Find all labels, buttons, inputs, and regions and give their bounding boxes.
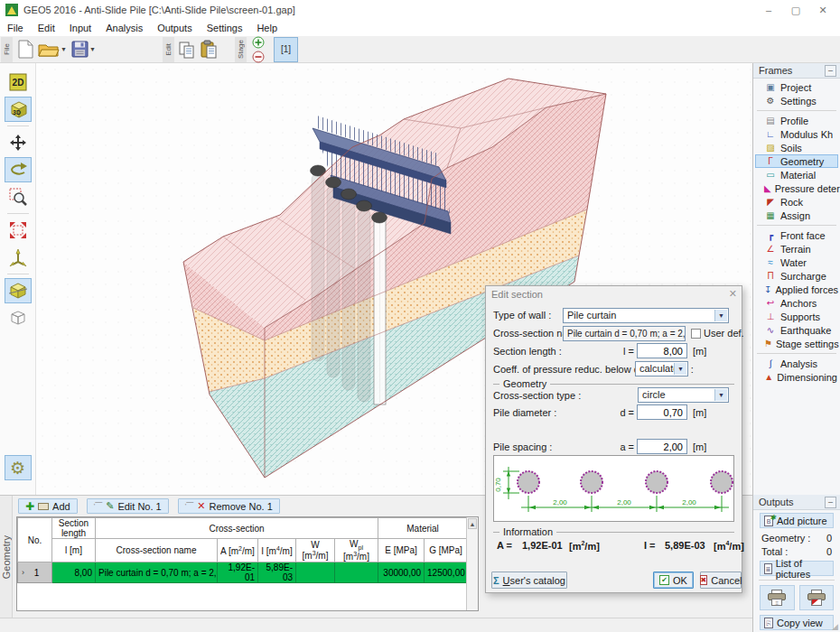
menu-bar: File Edit Input Analysis Outputs Setting… (0, 20, 840, 36)
sidebar-item-front-face[interactable]: ┏Front face (755, 228, 838, 242)
sidebar-item-rock[interactable]: ◤Rock (755, 195, 838, 209)
close-button[interactable]: ✕ (809, 0, 836, 20)
copy-view-button[interactable]: ⎘ Copy view (760, 615, 834, 630)
view-3d-button[interactable]: 3D (5, 97, 32, 122)
remove-stage-button[interactable] (252, 51, 265, 63)
menu-input[interactable]: Input (62, 21, 98, 35)
stage-tab-1[interactable]: [1] (274, 37, 298, 62)
menu-settings[interactable]: Settings (200, 21, 250, 35)
plus-icon: ✚ (25, 500, 34, 513)
save-dropdown-caret[interactable]: ▼ (89, 46, 97, 52)
add-picture-button[interactable]: B✱ Add picture (760, 513, 834, 528)
rotate-tool-button[interactable] (5, 157, 32, 182)
table-row[interactable]: ›1 8,00 Pile curtain d = 0,70 m; a = 2,0… (18, 562, 468, 583)
type-of-wall-select[interactable]: Pile curtain▼ (563, 308, 729, 323)
sidebar-item-geometry[interactable]: ΓGeometry (755, 154, 838, 168)
spacing-dim-label: 2,00 (617, 498, 631, 507)
open-dropdown-caret[interactable]: ▼ (60, 46, 68, 52)
rotate-icon (8, 163, 28, 177)
perspective-view-button[interactable] (5, 278, 32, 303)
minimize-button[interactable]: – (755, 0, 782, 20)
sidebar-item-terrain[interactable]: ∠Terrain (755, 242, 838, 256)
axes-icon (9, 248, 27, 266)
main-toolbar: File ▼ ▼ Edit Stage [1] (0, 36, 840, 63)
col-W: W [m3/m] (296, 539, 335, 562)
copy-button[interactable] (176, 37, 198, 62)
cell-Wpl (335, 562, 378, 583)
pile-diameter-symbol: d = (618, 407, 634, 418)
cross-section-type-select[interactable]: circle▼ (638, 387, 729, 403)
sidebar-item-settings[interactable]: ⚙Settings (755, 94, 838, 107)
row-leader-cell[interactable]: ›1 (18, 562, 52, 583)
water-icon: ≈ (764, 257, 777, 267)
pile-spacing-input[interactable] (637, 439, 687, 454)
view-2d-button[interactable]: 2D (5, 70, 32, 95)
cancel-button[interactable]: ✖ Cancel (700, 572, 742, 589)
outputs-minimize-button[interactable]: – (825, 497, 836, 508)
pan-tool-button[interactable] (5, 130, 32, 155)
menu-file[interactable]: File (0, 21, 31, 35)
menu-analysis[interactable]: Analysis (98, 21, 150, 35)
paste-button[interactable] (198, 37, 219, 62)
menu-edit[interactable]: Edit (31, 21, 62, 35)
new-document-icon (18, 40, 33, 59)
sidebar-item-dimensioning[interactable]: ▲Dimensioning (755, 370, 838, 384)
users-catalog-button[interactable]: Σ User's catalog (491, 572, 567, 589)
user-def-checkbox[interactable] (691, 329, 701, 339)
catalog-icon: Σ (493, 575, 499, 586)
sidebar-item-earthquake[interactable]: ∿Earthquake (755, 323, 838, 337)
sidebar-item-analysis[interactable]: ∫Analysis (755, 357, 838, 370)
chevron-down-icon[interactable]: ▼ (714, 389, 727, 401)
frames-minimize-button[interactable]: – (825, 65, 836, 77)
sidebar-item-profile[interactable]: ▤Profile (755, 114, 838, 127)
save-file-button[interactable]: ▼ (70, 37, 98, 62)
list-of-pictures-button[interactable]: ≣ List of pictures (760, 561, 834, 576)
app-logo-icon (5, 4, 18, 16)
edit-section-dialog: Edit section ✕ Type of wall : Pile curta… (485, 285, 742, 593)
chevron-down-icon[interactable]: ▼ (714, 310, 727, 321)
edit-section-button[interactable]: '⎺ ✎ Edit No. 1 (87, 498, 169, 514)
resize-grip[interactable]: ◢ (832, 622, 838, 631)
section-length-input[interactable] (637, 343, 687, 358)
wireframe-view-button[interactable] (5, 305, 32, 330)
pile-diameter-input[interactable] (637, 404, 687, 420)
sidebar-item-pressure-deter[interactable]: ◣Pressure deter. (755, 181, 838, 195)
print-preview-button[interactable] (799, 585, 835, 610)
zoom-fit-button[interactable] (5, 218, 32, 243)
table-scrollbar[interactable]: ▲ (466, 517, 478, 610)
sidebar-item-anchors[interactable]: ↩Anchors (755, 296, 838, 310)
ok-button[interactable]: ✔ OK (653, 572, 694, 589)
axes-tool-button[interactable] (5, 245, 32, 270)
sidebar-item-material[interactable]: ▭Material (755, 168, 838, 181)
print-button[interactable]: ≡ (760, 585, 795, 610)
zoom-tool-button[interactable] (5, 184, 32, 209)
sidebar-item-water[interactable]: ≈Water (755, 256, 838, 269)
paste-clipboard-icon (200, 40, 218, 59)
chevron-down-icon[interactable]: ▼ (674, 363, 686, 375)
dialog-close-icon[interactable]: ✕ (729, 288, 737, 300)
open-file-button[interactable]: ▼ (36, 37, 70, 62)
sidebar-item-assign[interactable]: ▦Assign (755, 209, 838, 222)
new-file-button[interactable] (14, 37, 36, 62)
modulus-kh-icon: ∟ (764, 129, 777, 139)
sidebar-item-project[interactable]: ▣Project (755, 80, 838, 94)
menu-help[interactable]: Help (249, 21, 285, 35)
sidebar-item-stage-settings[interactable]: ⚑Stage settings (755, 337, 838, 350)
applied-forces-icon: ↧ (764, 284, 771, 294)
sidebar-item-surcharge[interactable]: ΠSurcharge (755, 269, 838, 283)
sidebar-item-applied-forces[interactable]: ↧Applied forces (755, 283, 838, 296)
app-window: GEO5 2016 - Anti-Slide Pile [C:\Anti-Sli… (0, 0, 840, 632)
scroll-up-icon[interactable]: ▲ (468, 518, 477, 529)
sidebar-item-modulus-kh[interactable]: ∟Modulus Kh (755, 127, 838, 141)
add-section-button[interactable]: ✚ Add (18, 498, 78, 514)
menu-outputs[interactable]: Outputs (150, 21, 200, 35)
sidebar-item-supports[interactable]: ⊥Supports (755, 310, 838, 323)
window-title: GEO5 2016 - Anti-Slide Pile [C:\Anti-Sli… (23, 5, 295, 15)
add-stage-button[interactable] (252, 36, 265, 49)
maximize-button[interactable]: ▢ (782, 0, 809, 20)
pile-circles (518, 471, 733, 493)
remove-section-button[interactable]: '⎺ ✕ Remove No. 1 (178, 498, 280, 514)
coeff-select[interactable]: calculate▼ (635, 361, 688, 376)
sidebar-item-soils[interactable]: ▨Soils (755, 141, 838, 154)
settings-gear-button[interactable]: ⚙ (5, 455, 32, 480)
